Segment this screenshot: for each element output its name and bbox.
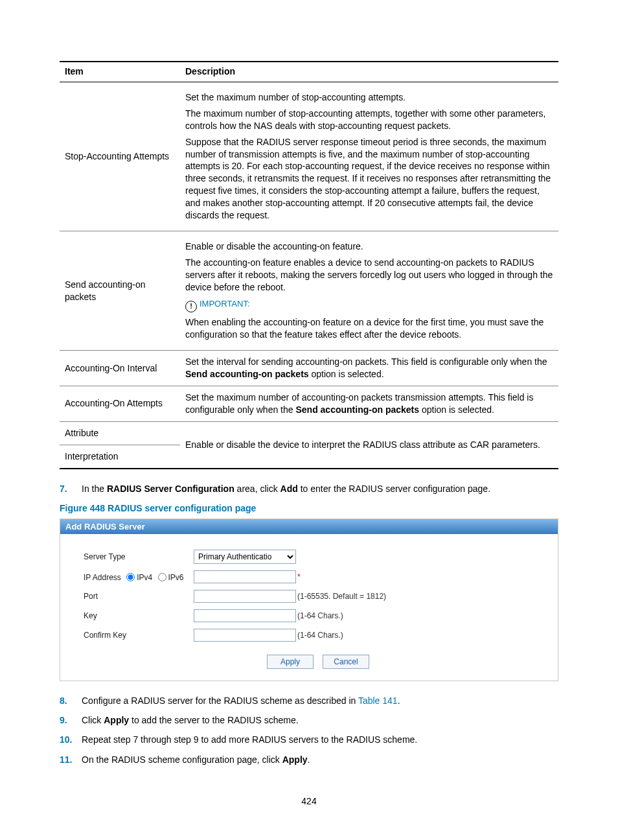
step-item: 10. Repeat step 7 through step 9 to add … [60,733,558,746]
cancel-button[interactable]: Cancel [323,655,369,669]
step-number: 11. [60,753,82,766]
row-item: Send accounting-on packets [60,231,180,350]
row-item: Accounting-On Interval [60,351,180,386]
port-hint: (1-65535. Default = 1812) [297,592,386,601]
key-hint: (1-64 Chars.) [297,611,343,620]
table-row: Stop-Accounting Attempts Set the maximum… [60,82,558,231]
important-icon: ! [185,301,197,312]
port-input[interactable] [194,590,296,603]
figure-caption: Figure 448 RADIUS server configuration p… [60,503,558,513]
panel-title: Add RADIUS Server [60,519,558,534]
confirm-key-input[interactable] [194,629,296,642]
confirm-key-hint: (1-64 Chars.) [297,631,343,640]
step-number: 10. [60,733,82,746]
table-row: Attribute Enable or disable the device t… [60,421,558,445]
ip-address-input[interactable] [194,570,296,583]
row-item: Stop-Accounting Attempts [60,82,180,231]
ipv6-radio[interactable] [158,573,166,581]
row-desc: Set the maximum number of accounting-on … [180,386,558,422]
apply-button[interactable]: Apply [267,655,314,669]
table-row: Send accounting-on packets Enable or dis… [60,231,558,350]
key-input[interactable] [194,609,296,622]
server-type-select[interactable]: Primary Authenticatio [194,550,296,564]
confirm-key-label: Confirm Key [84,631,194,640]
step-number: 8. [60,694,82,707]
parameters-table: Item Description Stop-Accounting Attempt… [60,61,558,469]
row-desc: Enable or disable the accounting-on feat… [180,231,558,350]
row-desc: Set the maximum number of stop-accountin… [180,82,558,231]
step-item: 9. Click Apply to add the server to the … [60,714,558,727]
step-number: 9. [60,714,82,727]
key-label: Key [84,611,194,620]
ip-address-label: IP Address IPv4 IPv6 [84,571,194,582]
add-radius-server-panel: Add RADIUS Server Server Type Primary Au… [60,519,558,681]
row-item: Interpretation [60,445,180,468]
row-desc: Enable or disable the device to interpre… [180,421,558,468]
row-item: Accounting-On Attempts [60,386,180,422]
step-item: 8. Configure a RADIUS server for the RAD… [60,694,558,707]
row-desc: Set the interval for sending accounting-… [180,351,558,386]
row-item: Attribute [60,421,180,445]
ipv4-radio[interactable] [126,573,135,581]
step-item: 7. In the RADIUS Server Configuration ar… [60,482,558,495]
page-number: 424 [0,796,618,806]
table-header-description: Description [180,62,558,82]
required-mark: * [297,572,301,581]
table-header-item: Item [60,62,180,82]
step-item: 11. On the RADIUS scheme configuration p… [60,753,558,766]
table-141-link[interactable]: Table 141 [358,695,398,706]
server-type-label: Server Type [84,552,194,561]
important-note: !IMPORTANT: [185,298,553,312]
port-label: Port [84,592,194,601]
table-row: Accounting-On Interval Set the interval … [60,351,558,386]
table-row: Accounting-On Attempts Set the maximum n… [60,386,558,422]
step-number: 7. [60,482,82,495]
